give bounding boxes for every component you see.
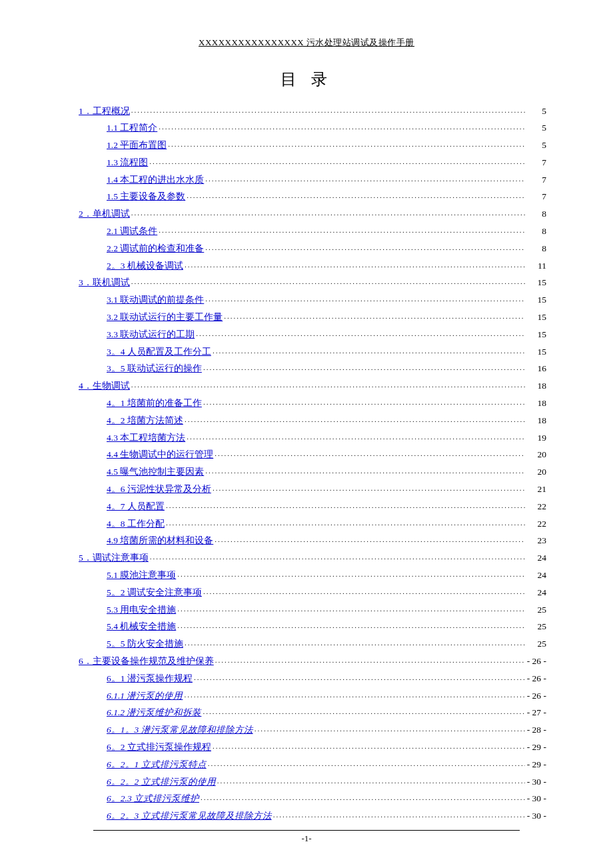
toc-link[interactable]: 1．工程概况 <box>79 107 130 116</box>
toc-page-number: 5 <box>526 107 546 116</box>
toc-link[interactable]: 2.2 调试前的检查和准备 <box>107 244 204 253</box>
toc-link[interactable]: 6。2 立式排污泵操作规程 <box>107 743 211 752</box>
toc-page-number: 21 <box>526 485 546 494</box>
toc-link[interactable]: 3.1 联动调试的前提条件 <box>107 295 204 305</box>
toc-link[interactable]: 2．单机调试 <box>79 209 130 219</box>
toc-link[interactable]: 6。2.3 立式排污泵维护 <box>107 794 199 803</box>
toc-entry: 6.1.1 潜污泵的使用- 26 - <box>67 689 546 700</box>
toc-leader <box>224 311 525 321</box>
toc-entry: 6。2。1 立式排污泵特点- 29 - <box>67 758 546 769</box>
toc-link[interactable]: 1.3 流程图 <box>107 158 148 167</box>
toc-link[interactable]: 1.1 工程简介 <box>107 123 157 133</box>
table-of-contents: 1．工程概况51.1 工程简介51.2 平面布置图51.3 流程图71.4 本工… <box>67 105 546 821</box>
toc-page-number: 23 <box>526 536 546 545</box>
toc-leader <box>273 810 525 819</box>
toc-link[interactable]: 4。7 人员配置 <box>107 502 165 511</box>
toc-entry: 5.3 用电安全措施25 <box>67 603 546 614</box>
toc-link[interactable]: 6。2。3 立式排污泵常见故障及排除方法 <box>107 811 272 821</box>
toc-leader <box>185 414 525 423</box>
toc-leader <box>168 139 525 149</box>
toc-link[interactable]: 3.3 联动试运行的工期 <box>107 330 195 339</box>
toc-page-number: 8 <box>526 209 546 219</box>
toc-link[interactable]: 6。2。1 立式排污泵特点 <box>107 760 207 769</box>
toc-entry: 6．主要设备操作规范及维护保养- 26 - <box>67 655 546 666</box>
toc-page-number: - 30 - <box>526 777 546 787</box>
toc-link[interactable]: 5.4 机械安全措施 <box>107 622 176 631</box>
toc-entry: 2．单机调试8 <box>67 208 546 219</box>
toc-link[interactable]: 2.1 调试条件 <box>107 227 157 236</box>
toc-entry: 6。2。3 立式排污泵常见故障及排除方法- 30 - <box>67 810 546 821</box>
toc-entry: 6。1。3 潜污泵常见故障和排除方法- 28 - <box>67 724 546 735</box>
toc-entry: 1．工程概况5 <box>67 105 546 115</box>
toc-link[interactable]: 3。5 联动试运行的操作 <box>107 364 202 373</box>
toc-link[interactable]: 4。6 污泥性状异常及分析 <box>107 485 211 494</box>
toc-link[interactable]: 1.5 主要设备及参数 <box>107 192 185 201</box>
toc-leader <box>215 655 525 665</box>
toc-entry: 3.1 联动调试的前提条件15 <box>67 294 546 305</box>
toc-link[interactable]: 6.1.1 潜污泵的使用 <box>107 691 183 701</box>
toc-link[interactable]: 4.4 生物调试中的运行管理 <box>107 450 213 459</box>
toc-leader <box>208 758 525 767</box>
toc-link[interactable]: 4。1 培菌前的准备工作 <box>107 399 202 408</box>
header-title: XXXXXXXXXXXXXXXX 污水处理站调试及操作手册 <box>93 37 520 50</box>
toc-leader <box>177 603 525 613</box>
toc-link[interactable]: 6．主要设备操作规范及维护保养 <box>79 657 214 666</box>
toc-leader <box>213 741 525 750</box>
toc-page-number: 24 <box>526 588 546 597</box>
toc-leader <box>201 793 525 802</box>
toc-page-number: 18 <box>526 416 546 425</box>
toc-page-number: 7 <box>526 175 546 185</box>
toc-link[interactable]: 6。1。3 潜污泵常见故障和排除方法 <box>107 725 253 735</box>
toc-entry: 2.2 调试前的检查和准备8 <box>67 242 546 253</box>
toc-leader <box>217 775 525 785</box>
toc-leader <box>166 517 525 527</box>
toc-page-number: 8 <box>526 227 546 236</box>
toc-link[interactable]: 4．生物调试 <box>79 381 130 391</box>
toc-link[interactable]: 3。4 人员配置及工作分工 <box>107 347 211 357</box>
toc-entry: 4。7 人员配置22 <box>67 500 546 511</box>
toc-link[interactable]: 5.3 用电安全措施 <box>107 605 176 615</box>
toc-link[interactable]: 6.1.2 潜污泵维护和拆装 <box>107 708 201 717</box>
toc-link[interactable]: 1.4 本工程的进出水水质 <box>107 175 204 185</box>
toc-link[interactable]: 4.5 曝气池控制主要因素 <box>107 467 204 477</box>
toc-entry: 3.2 联动试运行的主要工作量15 <box>67 311 546 322</box>
toc-page-number: 15 <box>526 278 546 287</box>
toc-page-number: - 28 - <box>526 725 546 735</box>
toc-link[interactable]: 2。3 机械设备调试 <box>107 261 183 271</box>
toc-leader <box>205 173 525 183</box>
toc-link[interactable]: 4。2 培菌方法简述 <box>107 416 183 425</box>
toc-leader <box>213 345 525 355</box>
toc-leader <box>131 380 525 389</box>
toc-entry: 4．生物调试18 <box>67 380 546 391</box>
toc-page-number: 7 <box>526 158 546 167</box>
toc-entry: 6。2.3 立式排污泵维护- 30 - <box>67 793 546 803</box>
toc-link[interactable]: 3．联机调试 <box>79 278 130 287</box>
toc-leader <box>131 277 525 286</box>
toc-leader <box>196 328 525 337</box>
toc-entry: 6。2 立式排污泵操作规程- 29 - <box>67 741 546 751</box>
toc-link[interactable]: 5。2 调试安全注意事项 <box>107 588 202 597</box>
toc-leader <box>205 242 525 251</box>
toc-leader <box>215 535 525 544</box>
toc-link[interactable]: 3.2 联动试运行的主要工作量 <box>107 313 223 322</box>
toc-link[interactable]: 4.9 培菌所需的材料和设备 <box>107 536 213 545</box>
toc-leader <box>203 586 525 595</box>
toc-link[interactable]: 4.3 本工程培菌方法 <box>107 433 185 443</box>
toc-link[interactable]: 6。2。2 立式排污泵的使用 <box>107 777 216 787</box>
toc-leader <box>184 689 525 699</box>
toc-page-number: 11 <box>526 261 546 271</box>
toc-entry: 4.4 生物调试中的运行管理20 <box>67 449 546 459</box>
toc-link[interactable]: 4。8 工作分配 <box>107 519 165 529</box>
toc-leader <box>205 466 525 475</box>
toc-title: 目 录 <box>67 69 546 90</box>
toc-link[interactable]: 6。1 潜污泵操作规程 <box>107 674 193 683</box>
toc-link[interactable]: 5.1 膜池注意事项 <box>107 571 176 580</box>
toc-entry: 3。4 人员配置及工作分工15 <box>67 345 546 356</box>
toc-entry: 1.1 工程简介5 <box>67 122 546 133</box>
toc-page-number: 15 <box>526 330 546 339</box>
toc-link[interactable]: 5。5 防火安全措施 <box>107 639 183 649</box>
toc-leader <box>203 397 525 407</box>
toc-page-number: 19 <box>526 433 546 443</box>
toc-link[interactable]: 1.2 平面布置图 <box>107 141 167 150</box>
toc-link[interactable]: 5．调试注意事项 <box>79 553 149 563</box>
